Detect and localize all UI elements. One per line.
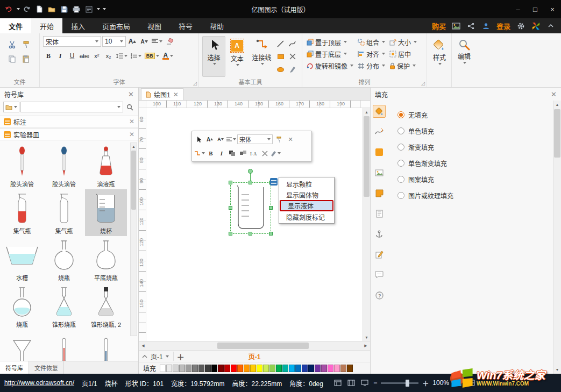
page-setup-icon[interactable]: [373, 207, 386, 220]
font-size-combo[interactable]: 10: [102, 36, 126, 47]
pinwheel-icon[interactable]: [531, 21, 541, 31]
palette-swatch[interactable]: [186, 365, 191, 372]
open-folder-icon[interactable]: [46, 4, 57, 15]
protect-button[interactable]: 保护: [388, 60, 418, 72]
shape-fold-icon[interactable]: [373, 187, 386, 199]
mini-text-style-icon[interactable]: I·A: [249, 148, 259, 158]
style-dropdown[interactable]: [438, 63, 442, 65]
palette-swatch[interactable]: [347, 365, 353, 372]
edit-button[interactable]: 编辑: [455, 36, 473, 77]
scrollbar-thumb[interactable]: [131, 151, 136, 210]
line-style-icon[interactable]: [373, 125, 386, 138]
symbol-round-flask[interactable]: 烧瓶: [43, 236, 85, 283]
palette-swatch[interactable]: [166, 365, 172, 372]
palette-swatch[interactable]: [282, 365, 288, 372]
symbol-flat-bottom-flask[interactable]: 平底烧瓶: [85, 236, 127, 283]
save-icon[interactable]: [59, 4, 69, 15]
shape-style-icon[interactable]: [373, 146, 386, 159]
scrollbar-thumb[interactable]: [364, 116, 370, 197]
palette-swatch[interactable]: [289, 365, 295, 372]
edit-dropdown[interactable]: [463, 62, 466, 64]
website-link[interactable]: http://www.edrawsoft.cn/: [4, 379, 74, 387]
palette-swatch[interactable]: [244, 365, 250, 372]
palette-swatch[interactable]: [179, 365, 185, 372]
pen-tool-icon[interactable]: [287, 64, 299, 75]
rotate-mirror-button[interactable]: 旋转和镜像: [306, 60, 354, 72]
palette-swatch[interactable]: [315, 365, 321, 372]
symbol-conical-flask[interactable]: 锥形烧瓶: [43, 283, 85, 330]
send-to-back-button[interactable]: 置于底层: [306, 48, 354, 60]
scrollbar-thumb[interactable]: [217, 343, 309, 349]
selected-shape-beaker[interactable]: [230, 182, 271, 234]
fit-page-icon[interactable]: [453, 378, 463, 388]
palette-swatch[interactable]: [321, 365, 327, 372]
menu-item-show-liquid[interactable]: 显示液体: [280, 200, 333, 211]
font-family-combo[interactable]: 宋体: [43, 36, 101, 47]
zoom-out-icon[interactable]: −: [373, 379, 377, 387]
scroll-up-icon[interactable]: ▲: [553, 101, 561, 109]
strikethrough-button[interactable]: abc: [79, 51, 90, 61]
fill-option-picture-texture[interactable]: 图片或纹理填充: [397, 191, 561, 200]
symbol-panel-close-icon[interactable]: ✕: [128, 90, 134, 98]
print-icon[interactable]: [71, 4, 82, 15]
tab-file[interactable]: 文件: [0, 18, 31, 33]
palette-swatch[interactable]: [295, 365, 301, 372]
floating-toolbar-close-icon[interactable]: ✕: [286, 134, 295, 144]
fill-option-gradient[interactable]: 渐变填充: [397, 142, 561, 152]
palette-swatch[interactable]: [302, 365, 308, 372]
curve-tool-icon[interactable]: [287, 38, 299, 49]
size-button[interactable]: 大小: [388, 36, 418, 48]
arrange-dialog-launcher[interactable]: ◿: [421, 81, 425, 86]
help-icon[interactable]: ?: [373, 289, 386, 302]
ellipse-tool-icon[interactable]: [275, 64, 287, 75]
new-document-icon[interactable]: [34, 4, 45, 15]
page-view-icon[interactable]: [346, 378, 356, 388]
redo-icon[interactable]: [22, 4, 32, 15]
palette-swatch[interactable]: [205, 365, 211, 372]
symbol-gas-jar-filled[interactable]: 集气瓶: [1, 189, 43, 236]
shape-action-icon[interactable]: [270, 178, 278, 186]
palette-swatch[interactable]: [328, 365, 333, 372]
superscript-button[interactable]: x²: [91, 51, 102, 61]
line-tool-icon[interactable]: [275, 38, 287, 49]
menu-item-show-particles[interactable]: 显示颗粒: [279, 179, 334, 189]
tab-symbol-library[interactable]: 符号库: [0, 361, 29, 374]
zoom-slider-thumb[interactable]: [406, 380, 409, 387]
resize-handle-s[interactable]: [248, 232, 252, 236]
tab-help[interactable]: 帮助: [201, 18, 232, 33]
palette-swatch[interactable]: [231, 365, 237, 372]
note-pencil-icon[interactable]: [373, 248, 386, 261]
palette-swatch[interactable]: [250, 365, 256, 372]
collapse-ribbon-icon[interactable]: [546, 21, 556, 31]
align-button[interactable]: 对齐: [357, 48, 386, 60]
connector-tool-button[interactable]: 连接线: [248, 36, 275, 77]
alignment-icon[interactable]: [151, 36, 164, 47]
fill-panel-scrollbar[interactable]: ▲ ▼: [553, 101, 561, 374]
library-filter-dropdown[interactable]: [3, 102, 19, 112]
scroll-up-icon[interactable]: ▲: [363, 108, 370, 116]
toolbar-options-dropdown[interactable]: [97, 8, 100, 10]
resize-handle-nw[interactable]: [229, 181, 232, 184]
resize-handle-sw[interactable]: [229, 232, 232, 236]
distribute-button[interactable]: 分布: [357, 60, 386, 72]
select-tool-button[interactable]: 选择: [202, 36, 225, 77]
section-annotation[interactable]: 标注 ✕: [0, 116, 138, 127]
decrease-font-icon[interactable]: A: [139, 36, 150, 47]
resize-handle-w[interactable]: [229, 206, 232, 210]
palette-swatch[interactable]: [263, 365, 269, 372]
search-icon[interactable]: [124, 102, 135, 112]
mini-decrease-font-icon[interactable]: A: [216, 134, 225, 144]
menu-item-show-solid[interactable]: 显示固体物: [279, 189, 334, 200]
customize-quick-access-dropdown[interactable]: [103, 8, 106, 10]
document-tab[interactable]: 绘图1 ✕: [141, 88, 183, 100]
fill-option-none[interactable]: 无填充: [397, 110, 561, 119]
image-icon[interactable]: [373, 166, 386, 179]
bullet-list-icon[interactable]: [130, 51, 143, 61]
highlight-color-icon[interactable]: BB: [144, 51, 160, 61]
undo-icon[interactable]: [3, 4, 14, 15]
tab-file-recovery[interactable]: 文件恢复: [29, 361, 64, 374]
palette-swatch[interactable]: [218, 365, 224, 372]
presentation-view-icon[interactable]: [360, 378, 370, 388]
group-button[interactable]: 组合: [357, 36, 386, 48]
zoom-slider[interactable]: [381, 382, 418, 384]
